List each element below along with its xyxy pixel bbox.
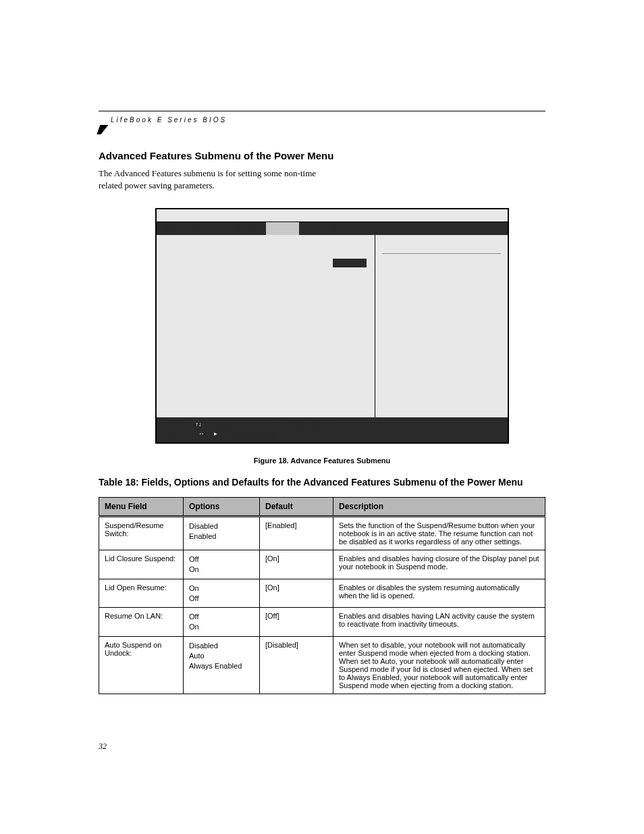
bios-footer-row: F1 Help ↑↓ -/Space Change Values F9 Setu… bbox=[165, 420, 500, 429]
option-value: Auto bbox=[189, 651, 254, 661]
table-row: Lid Open Resume:OnOff[On]Enables or disa… bbox=[99, 579, 545, 608]
col-default: Default bbox=[260, 498, 333, 517]
leftright-arrows-icon: ↔ bbox=[198, 430, 205, 437]
table-header-row: Menu Field Options Default Description bbox=[99, 498, 545, 517]
option-value: On bbox=[189, 565, 254, 575]
bios-field-row: Suspend/Resume Switch: [Enabled] bbox=[165, 257, 367, 269]
option-value: On bbox=[189, 583, 254, 594]
option-value: Always Enabled bbox=[189, 661, 254, 671]
cell-default: [Disabled] bbox=[260, 637, 333, 694]
table-row: Suspend/Resume Switch:DisabledEnabled[En… bbox=[99, 517, 545, 550]
header-rule bbox=[99, 111, 545, 111]
bios-footer-row: ESC Exit ↔ ▸ F10 Save and Exit bbox=[165, 429, 500, 439]
cell-options: DisabledEnabled bbox=[184, 517, 260, 550]
bios-key-change: -/Space Change Values bbox=[211, 420, 275, 429]
bios-key-submenu: ▸ bbox=[214, 429, 217, 439]
bios-key-leftright: ↔ bbox=[198, 429, 205, 439]
figure-caption: Figure 18. Advance Features Submenu bbox=[0, 457, 644, 465]
document-page: LifeBook E Series BIOS Advanced Features… bbox=[0, 0, 644, 834]
bios-fields-panel: Advanced Features Suspend/Resume Switch:… bbox=[157, 235, 375, 417]
bios-field-row: Auto Suspend on Undock: [Disabled] bbox=[165, 299, 367, 309]
table-row: Lid Closure Suspend:OffOn[On]Enables and… bbox=[99, 550, 545, 579]
bios-menu-info: Info bbox=[326, 222, 351, 235]
bios-field-label: Lid Open Resume: bbox=[165, 280, 221, 288]
bios-field-value: [On] bbox=[354, 270, 367, 278]
bios-menu-main: Main bbox=[157, 222, 185, 235]
bios-menu-exit: Exit bbox=[351, 222, 376, 235]
bios-screenshot: PhoenixBIOS Setup Utility Main Advanced … bbox=[155, 208, 509, 444]
cell-description: Sets the function of the Suspend/Resume … bbox=[333, 517, 545, 550]
bios-field-row: Lid Closure Suspend: [On] bbox=[165, 269, 367, 279]
bios-field-row: Resume On LAN: [Off] bbox=[165, 289, 367, 299]
bios-help-body: Configures the Suspend/Resume switch. bbox=[382, 267, 501, 282]
cell-field: Suspend/Resume Switch: bbox=[99, 517, 184, 550]
cell-default: [Enabled] bbox=[260, 517, 333, 550]
running-header: LifeBook E Series BIOS bbox=[111, 116, 227, 124]
bios-field-label: Lid Closure Suspend: bbox=[165, 270, 230, 278]
cell-options: DisabledAutoAlways Enabled bbox=[184, 637, 260, 694]
bios-footer: F1 Help ↑↓ -/Space Change Values F9 Setu… bbox=[157, 417, 508, 442]
cell-field: Auto Suspend on Undock: bbox=[99, 637, 184, 694]
option-value: Off bbox=[189, 594, 254, 604]
option-value: Off bbox=[189, 554, 254, 565]
option-value: Off bbox=[189, 612, 254, 622]
fields-table: Menu Field Options Default Description S… bbox=[99, 497, 545, 694]
bios-key-exit: ESC Exit bbox=[165, 429, 189, 439]
cell-description: Enables and disables having closure of t… bbox=[333, 550, 545, 579]
cell-default: [On] bbox=[260, 550, 333, 579]
cell-options: OnOff bbox=[184, 579, 260, 608]
bios-body: Advanced Features Suspend/Resume Switch:… bbox=[157, 235, 508, 417]
bios-subtitle: Advanced Features bbox=[165, 242, 367, 249]
section-heading: Advanced Features Submenu of the Power M… bbox=[99, 150, 333, 161]
bios-field-label: Suspend/Resume Switch: bbox=[165, 259, 242, 267]
bios-field-value: [On] bbox=[354, 280, 367, 288]
bios-field-label: Auto Suspend on Undock: bbox=[165, 301, 243, 308]
table-row: Resume On LAN:OffOn[Off]Enables and disa… bbox=[99, 608, 545, 637]
bios-key-defaults: F9 Setup Defaults bbox=[284, 420, 333, 429]
cell-field: Lid Open Resume: bbox=[99, 579, 184, 608]
col-options: Options bbox=[184, 498, 260, 517]
intro-paragraph: The Advanced Features submenu is for set… bbox=[99, 167, 342, 191]
cell-field: Resume On LAN: bbox=[99, 608, 184, 637]
submenu-arrow-icon: ▸ bbox=[214, 430, 217, 437]
bios-key-updown: ↑↓ bbox=[196, 420, 202, 429]
option-value: Enabled bbox=[189, 531, 254, 542]
cell-description: When set to disable, your notebook will … bbox=[333, 637, 545, 694]
col-description: Description bbox=[333, 498, 545, 517]
bios-field-value: [Enabled] bbox=[333, 259, 367, 267]
bios-help-head: Item Specific Help bbox=[382, 242, 501, 254]
option-value: On bbox=[189, 622, 254, 632]
bios-field-row: Lid Open Resume: [On] bbox=[165, 279, 367, 289]
cell-description: Enables or disables the system resuming … bbox=[333, 579, 545, 608]
col-menu-field: Menu Field bbox=[99, 498, 184, 517]
cell-options: OffOn bbox=[184, 608, 260, 637]
bios-field-label: Resume On LAN: bbox=[165, 290, 217, 298]
cell-default: [Off] bbox=[260, 608, 333, 637]
bios-key-help: F1 Help bbox=[165, 420, 186, 429]
bios-help-panel: Item Specific Help Configures the Suspen… bbox=[375, 235, 508, 417]
cell-description: Enables and disables having LAN activity… bbox=[333, 608, 545, 637]
option-value: Disabled bbox=[189, 521, 254, 531]
cell-field: Lid Closure Suspend: bbox=[99, 550, 184, 579]
bios-menu-bar: Main Advanced Security Power Boot Info E… bbox=[157, 222, 508, 235]
bios-key-save: F10 Save and Exit bbox=[227, 429, 277, 439]
bios-field-value: [Disabled] bbox=[337, 301, 367, 308]
bios-title: PhoenixBIOS Setup Utility bbox=[157, 209, 508, 222]
updown-arrows-icon: ↑↓ bbox=[196, 421, 202, 427]
tab-mark-icon bbox=[97, 125, 108, 134]
bios-field-value: [Off] bbox=[354, 290, 367, 298]
page-number: 32 bbox=[99, 741, 107, 752]
bios-menu-boot: Boot bbox=[299, 222, 327, 235]
cell-default: [On] bbox=[260, 579, 333, 608]
bios-menu-security: Security bbox=[228, 222, 266, 235]
table-row: Auto Suspend on Undock:DisabledAutoAlway… bbox=[99, 637, 545, 694]
table-body: Suspend/Resume Switch:DisabledEnabled[En… bbox=[99, 517, 545, 694]
bios-menu-power: Power bbox=[266, 222, 298, 235]
bios-menu-advanced: Advanced bbox=[185, 222, 228, 235]
option-value: Disabled bbox=[189, 641, 254, 651]
table-title: Table 18: Fields, Options and Defaults f… bbox=[99, 477, 545, 488]
cell-options: OffOn bbox=[184, 550, 260, 579]
